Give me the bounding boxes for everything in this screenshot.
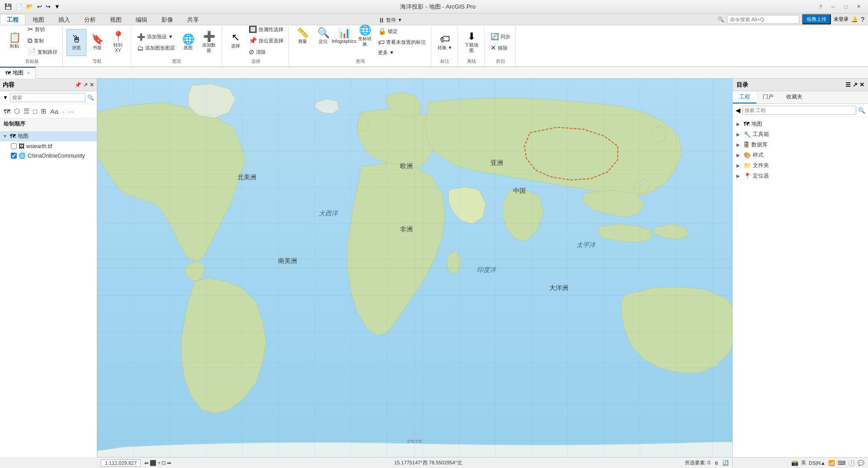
layer-item-wsiearth[interactable]: 🖼 wsiearth.tif bbox=[0, 141, 97, 151]
catalog-back-button[interactable]: ◀ bbox=[736, 107, 741, 114]
full-extent-icon[interactable]: ⊡ bbox=[161, 460, 166, 466]
sync-button[interactable]: 🔄 同步 bbox=[488, 31, 513, 42]
lock-button[interactable]: 🔒 锁定 bbox=[376, 26, 428, 37]
tree-expand-map[interactable]: ▶ bbox=[736, 122, 742, 126]
point-icon[interactable]: ∙ bbox=[61, 107, 65, 116]
command-search-input[interactable] bbox=[727, 15, 799, 24]
remove-button[interactable]: ✕ 移除 bbox=[488, 42, 513, 53]
window-controls[interactable]: ? ─ □ ✕ bbox=[815, 2, 864, 11]
more-query-button[interactable]: 更多 ▼ bbox=[376, 48, 428, 57]
customize-icon[interactable]: ▼ bbox=[53, 2, 61, 11]
convert-label-button[interactable]: 🏷 转换 ▼ bbox=[435, 29, 455, 56]
map-tab-close[interactable]: × bbox=[27, 70, 30, 75]
view-unplaced-labels-button[interactable]: 🏷 查看未放置的标注 bbox=[376, 37, 428, 47]
tree-item-map[interactable]: ▶ 🗺 地图 bbox=[733, 119, 868, 129]
redo-icon[interactable]: ↪ bbox=[45, 2, 52, 11]
browse-button[interactable]: 🖱 浏览 bbox=[66, 29, 86, 56]
basemap-button[interactable]: 🌐 底图 bbox=[178, 29, 198, 56]
tab-共享[interactable]: 共享 bbox=[180, 14, 206, 25]
copy-button[interactable]: ⧉ 复制 bbox=[25, 35, 60, 46]
pin-icon[interactable]: 📌 bbox=[75, 82, 81, 88]
tab-工程[interactable]: 工程 bbox=[0, 14, 25, 25]
contents-search-input[interactable] bbox=[10, 93, 85, 102]
tree-item-locators[interactable]: ▶ 📍 定位器 bbox=[733, 171, 868, 181]
tree-expand-styles[interactable]: ▶ bbox=[736, 153, 742, 158]
layer-checkbox-wsiearth[interactable] bbox=[11, 143, 17, 149]
refresh-icon[interactable]: 🔄 bbox=[722, 460, 729, 466]
catalog-close-icon[interactable]: ✕ bbox=[859, 81, 864, 88]
clock-icon[interactable]: 🕐 bbox=[848, 460, 855, 466]
catalog-menu-icon[interactable]: ☰ bbox=[845, 81, 851, 88]
lang-en-label[interactable]: 英 bbox=[801, 459, 806, 466]
goto-xy-button[interactable]: 📍 转到XY bbox=[108, 29, 128, 56]
catalog-search-icon[interactable]: 🔍 bbox=[858, 107, 865, 114]
upload-button[interactable]: 临撸上传 bbox=[802, 14, 831, 24]
cut-button[interactable]: ✂ 剪切 bbox=[25, 24, 60, 35]
pause-status-icon[interactable]: ⏸ bbox=[714, 460, 719, 466]
tree-expand-database[interactable]: ▶ bbox=[736, 142, 742, 147]
quick-access-toolbar[interactable]: 💾 📄 📂 ↩ ↪ ▼ bbox=[4, 2, 61, 11]
tab-视图[interactable]: 视图 bbox=[103, 14, 128, 25]
expand-icon[interactable]: ▼ bbox=[3, 134, 8, 139]
catalog-tab-portal[interactable]: 门户 bbox=[756, 91, 780, 103]
download-map-button[interactable]: ⬇ 下载地图 bbox=[462, 29, 481, 56]
locate-button[interactable]: 🔍 定位 bbox=[313, 23, 333, 50]
new-icon[interactable]: 📄 bbox=[14, 2, 24, 11]
infographics-button[interactable]: 📊 Infographics bbox=[334, 23, 354, 50]
maximize-button[interactable]: □ bbox=[840, 2, 852, 11]
select-button[interactable]: ↖ 选择 bbox=[226, 27, 245, 54]
prev-extent-icon[interactable]: ⬅ bbox=[144, 460, 149, 466]
layer-item-china[interactable]: 🌐 ChinaOnlineCommunity bbox=[0, 151, 97, 160]
tree-item-folders[interactable]: ▶ 📁 文件夹 bbox=[733, 160, 868, 171]
tab-编辑[interactable]: 编辑 bbox=[129, 14, 154, 25]
annotation-icon[interactable]: Aa bbox=[49, 107, 59, 116]
measure-button[interactable]: 📏 测量 bbox=[292, 23, 312, 50]
contents-header-controls[interactable]: 📌 ↗ ✕ bbox=[75, 82, 94, 88]
help-icon[interactable]: ? bbox=[861, 16, 864, 23]
add-graphic-layer-button[interactable]: 🗂 添加图形图层 bbox=[135, 43, 177, 53]
coord-convert-button[interactable]: 🌐 坐标转换 bbox=[355, 23, 375, 50]
table-icon[interactable]: ⊞ bbox=[40, 106, 47, 116]
network-icon[interactable]: 📶 bbox=[828, 460, 835, 466]
tab-分析[interactable]: 分析 bbox=[77, 14, 103, 25]
screenshot-icon[interactable]: 📸 bbox=[791, 459, 798, 466]
open-icon[interactable]: 📂 bbox=[25, 2, 34, 11]
minimize-button[interactable]: ─ bbox=[827, 2, 839, 11]
catalog-tab-favorites[interactable]: 收藏夹 bbox=[780, 91, 809, 103]
add-data-button[interactable]: ➕ 添加数据 bbox=[199, 29, 219, 56]
input-method-icon[interactable]: ⌨ bbox=[838, 460, 845, 466]
zoom-out-icon[interactable]: ➡ bbox=[167, 460, 171, 466]
close-button[interactable]: ✕ bbox=[853, 2, 864, 11]
more-layer-icon[interactable]: ··· bbox=[67, 107, 75, 116]
tree-item-toolbox[interactable]: ▶ 🔧 工具箱 bbox=[733, 129, 868, 140]
clear-selection-button[interactable]: ⊘ 清除 bbox=[246, 47, 286, 57]
tab-影像[interactable]: 影像 bbox=[155, 14, 180, 25]
catalog-tab-project[interactable]: 工程 bbox=[733, 91, 756, 103]
undo-icon[interactable]: ↩ bbox=[36, 2, 43, 11]
notification-center-icon[interactable]: 💬 bbox=[858, 460, 864, 466]
scale-display[interactable]: 1:112,029,827 bbox=[101, 459, 141, 467]
next-extent-icon[interactable]: ⬛ bbox=[150, 460, 156, 466]
contents-close-icon[interactable]: ✕ bbox=[90, 82, 94, 88]
tree-item-styles[interactable]: ▶ 🎨 样式 bbox=[733, 150, 868, 160]
map-viewport[interactable]: 北美洲 欧洲 亚洲 中国 大西洋 非洲 南美洲 印度洋 太平洋 大洋洲 0°N … bbox=[97, 79, 732, 457]
tree-expand-folders[interactable]: ▶ bbox=[736, 163, 742, 168]
tree-item-database[interactable]: ▶ 🗄 数据库 bbox=[733, 140, 868, 150]
map-layer-icon[interactable]: 🗺 bbox=[3, 107, 11, 116]
tree-expand-toolbox[interactable]: ▶ bbox=[736, 132, 742, 137]
catalog-header-controls[interactable]: ☰ ↗ ✕ bbox=[845, 81, 864, 88]
copy-path-button[interactable]: 📄 复制路径 bbox=[25, 47, 60, 57]
tab-地图[interactable]: 地图 bbox=[26, 14, 51, 25]
bookmark-button[interactable]: 🔖 书签 bbox=[87, 29, 107, 56]
tree-expand-locators[interactable]: ▶ bbox=[736, 173, 742, 178]
unpin-icon[interactable]: ↗ bbox=[83, 82, 88, 88]
polygon-icon[interactable]: □ bbox=[32, 107, 38, 116]
tab-插入[interactable]: 插入 bbox=[52, 14, 77, 25]
save-icon[interactable]: 💾 bbox=[4, 2, 13, 11]
layer-checkbox-china[interactable] bbox=[11, 153, 17, 159]
catalog-pin-icon[interactable]: ↗ bbox=[853, 81, 858, 88]
select-by-attr-button[interactable]: 🔲 按属性选择 bbox=[246, 24, 286, 35]
cylinder-icon[interactable]: ⬡ bbox=[13, 106, 21, 116]
ds-label[interactable]: DS|N▲ bbox=[809, 460, 826, 466]
paste-button[interactable]: 📋 粘贴 bbox=[5, 27, 24, 54]
